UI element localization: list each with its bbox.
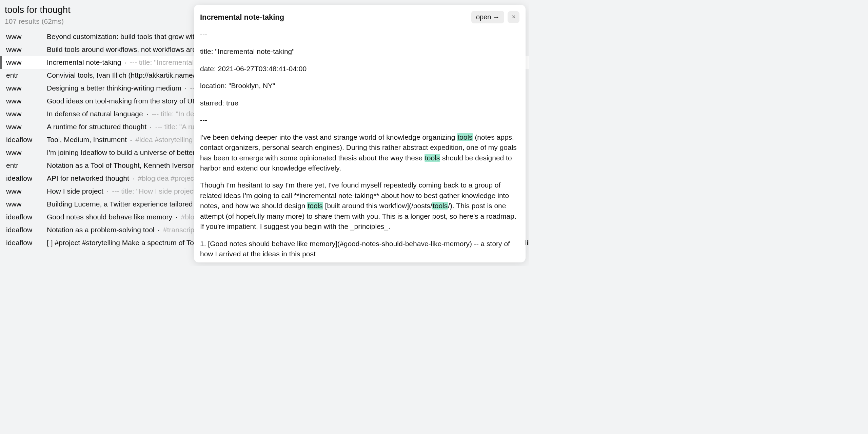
highlight: tools <box>425 154 440 162</box>
preview-para-2: Though I'm hesitant to say I'm there yet… <box>200 180 519 232</box>
result-title: Tool, Medium, Instrument · #idea #storyt… <box>47 136 199 144</box>
preview-panel: Incremental note-taking open → × --- tit… <box>194 5 526 262</box>
highlight: tools <box>457 133 473 141</box>
result-snippet: --- title: "Incremental n <box>130 58 200 66</box>
preview-para-3: 1. [Good notes should behave like memory… <box>200 239 519 259</box>
frontmatter-location: location: "Brooklyn, NY" <box>200 81 519 91</box>
result-source: www <box>6 33 47 41</box>
result-title: Notation as a Tool of Thought, Kenneth I… <box>47 161 206 170</box>
preview-para-1: I've been delving deeper into the vast a… <box>200 132 519 174</box>
result-title: Beyond customization: build tools that g… <box>47 33 198 41</box>
result-title: Convivial tools, Ivan Illich (http://akk… <box>47 71 199 79</box>
preview-header: Incremental note-taking open → × <box>194 5 526 27</box>
result-source: ideaflow <box>6 136 47 144</box>
result-title: Incremental note-taking · --- title: "In… <box>47 58 200 66</box>
result-source: ideaflow <box>6 174 47 182</box>
frontmatter-title: title: "Incremental note-taking" <box>200 46 519 57</box>
close-button[interactable]: × <box>508 11 519 23</box>
result-source: www <box>6 110 47 118</box>
open-button[interactable]: open → <box>471 11 505 23</box>
result-snippet: --- title: "How I side project" d <box>112 187 204 195</box>
preview-body[interactable]: --- title: "Incremental note-taking" dat… <box>194 27 526 262</box>
result-source: www <box>6 149 47 157</box>
result-source: ideaflow <box>6 213 47 221</box>
result-title: In defense of natural language · --- tit… <box>47 110 204 118</box>
result-source: www <box>6 84 47 92</box>
frontmatter-open: --- <box>200 29 519 40</box>
result-source: www <box>6 123 47 131</box>
result-source: www <box>6 58 47 66</box>
result-source: www <box>6 45 47 54</box>
frontmatter-starred: starred: true <box>200 98 519 108</box>
result-source: www <box>6 187 47 195</box>
result-title: Good ideas on tool-making from the story… <box>47 97 204 105</box>
open-button-label: open <box>476 13 491 21</box>
frontmatter-close: --- <box>200 115 519 125</box>
result-title: I'm joining Ideaflow to build a universe… <box>47 149 199 157</box>
highlight: tools <box>307 202 323 210</box>
result-title: A runtime for structured thought · --- t… <box>47 123 200 131</box>
result-source: www <box>6 97 47 105</box>
result-source: ideaflow <box>6 226 47 234</box>
close-icon: × <box>512 14 515 21</box>
preview-title: Incremental note-taking <box>200 13 471 22</box>
arrow-right-icon: → <box>493 13 499 21</box>
result-title: Designing a better thinking-writing medi… <box>47 84 201 92</box>
result-title: API for networked thought · #blogidea #p… <box>47 174 202 182</box>
frontmatter-date: date: 2021-06-27T03:48:41-04:00 <box>200 64 519 74</box>
result-title: Building Lucerne, a Twitter experience t… <box>47 200 201 208</box>
result-source: ideaflow <box>6 239 47 247</box>
result-title: Good notes should behave like memory · #… <box>47 213 204 221</box>
result-source: www <box>6 200 47 208</box>
result-title: Notation as a problem-solving tool · #tr… <box>47 226 202 234</box>
result-title: How I side project · --- title: "How I s… <box>47 187 204 195</box>
result-title: Build tools around workflows, not workfl… <box>47 45 200 54</box>
result-snippet: #blogidea #project # <box>138 174 202 182</box>
result-source: entr <box>6 161 47 170</box>
result-snippet: #idea #storytelling # <box>135 136 199 143</box>
highlight: tools <box>432 202 448 210</box>
result-source: entr <box>6 71 47 79</box>
